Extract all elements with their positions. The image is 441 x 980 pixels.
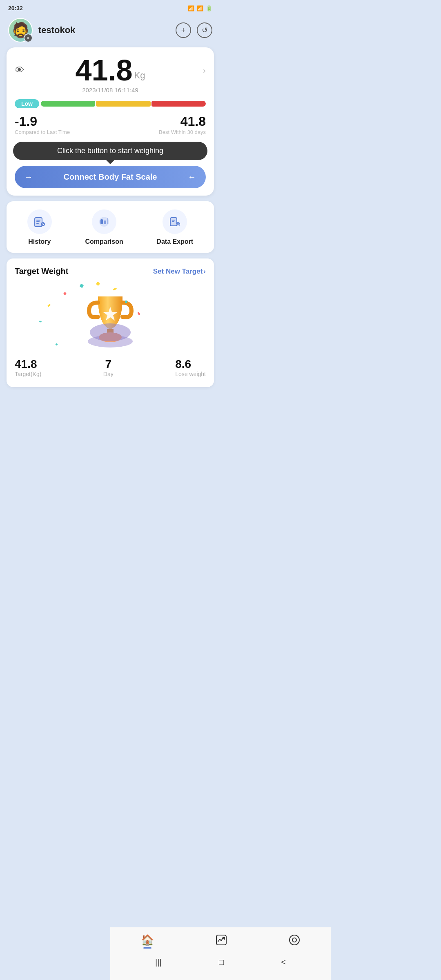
main-weight-card: 👁 41.8 Kg › 2023/11/08 16:11:49 Low -1.9… [7, 47, 214, 196]
history-label: History [28, 238, 51, 245]
comparison-icon-circle [92, 209, 116, 234]
data-export-action[interactable]: Data Export [156, 209, 193, 245]
target-kg-stat: 41.8 Target(Kg) [15, 358, 41, 377]
data-export-label: Data Export [156, 238, 193, 245]
confetti-7 [39, 321, 42, 323]
comparison-label: Comparison [85, 238, 123, 245]
weight-unit: Kg [134, 70, 145, 81]
header: 🧔 ≡ testokok + ↺ [0, 15, 220, 47]
comparison-action[interactable]: Comparison [85, 209, 123, 245]
header-actions: + ↺ [176, 22, 212, 38]
target-kg-value: 41.8 [15, 358, 37, 371]
battery-icon: 🔋 [206, 5, 212, 11]
arrow-left-icon: ← [188, 172, 196, 182]
set-new-target-button[interactable]: Set New Target › [153, 267, 206, 276]
svg-rect-8 [104, 220, 106, 224]
svg-rect-9 [107, 218, 108, 224]
plus-icon: + [181, 26, 186, 35]
tooltip-overlay: Click the button to start weighing [13, 142, 207, 160]
stat-best: 41.8 Best Within 30 days [159, 114, 206, 135]
target-lose-value: 8.6 [175, 358, 191, 371]
target-kg-label: Target(Kg) [15, 371, 41, 377]
tooltip-text: Click the button to start weighing [57, 147, 163, 155]
visibility-icon[interactable]: 👁 [15, 65, 24, 76]
target-lose-label: Lose weight [175, 371, 206, 377]
weight-value: 41.8 [75, 56, 132, 85]
quick-actions-panel: History Comparison Data Export [7, 201, 214, 253]
arrow-right-icon: → [24, 172, 33, 182]
status-icons: 📶 📶 🔋 [188, 5, 212, 11]
target-day-label: Day [103, 371, 114, 377]
chevron-right-icon[interactable]: › [203, 66, 206, 75]
target-weight-title: Target Weight [15, 267, 68, 276]
connect-body-fat-scale-button[interactable]: → Connect Body Fat Scale ← [15, 166, 206, 188]
svg-rect-12 [172, 220, 175, 220]
username-label: testokok [38, 25, 176, 36]
confetti-6 [47, 304, 51, 307]
bmi-segment-red [151, 101, 206, 107]
add-button[interactable]: + [176, 22, 191, 38]
compared-label: Compared to Last Time [15, 129, 70, 135]
target-header: Target Weight Set New Target › [15, 267, 206, 276]
stat-compared: -1.9 Compared to Last Time [15, 114, 70, 135]
svg-rect-7 [100, 219, 103, 224]
svg-rect-4 [36, 223, 39, 224]
connect-btn-label: Connect Body Fat Scale [64, 172, 157, 182]
status-time: 20:32 [8, 5, 23, 11]
weight-display-row: 👁 41.8 Kg › [15, 56, 206, 85]
wifi-icon: 📶 [188, 5, 194, 11]
target-day-value: 7 [105, 358, 112, 371]
trophy-illustration [15, 280, 206, 354]
avatar-badge: ≡ [24, 33, 33, 42]
status-bar: 20:32 📶 📶 🔋 [0, 0, 220, 15]
trophy-svg [78, 284, 143, 350]
bmi-segment-green [41, 101, 95, 107]
best-label: Best Within 30 days [159, 129, 206, 135]
avatar-badge-icon: ≡ [27, 36, 29, 40]
best-value: 41.8 [159, 114, 206, 129]
bottom-spacer [0, 395, 220, 436]
target-stats: 41.8 Target(Kg) 7 Day 8.6 Lose weight [15, 354, 206, 377]
stats-row: -1.9 Compared to Last Time 41.8 Best Wit… [15, 114, 206, 135]
chevron-right-target-icon: › [203, 267, 206, 276]
target-day-stat: 7 Day [103, 358, 114, 377]
confetti-2 [63, 292, 67, 295]
target-weight-section: Target Weight Set New Target › [7, 258, 214, 387]
svg-point-20 [90, 323, 131, 341]
weight-date: 2023/11/08 16:11:49 [15, 87, 206, 94]
refresh-icon: ↺ [202, 26, 208, 35]
data-export-icon-circle [163, 209, 187, 234]
compared-value: -1.9 [15, 114, 70, 129]
bmi-label: Low [15, 99, 39, 108]
bmi-segment-yellow [96, 101, 150, 107]
svg-rect-2 [36, 220, 40, 220]
history-icon-circle [27, 209, 52, 234]
signal-icon: 📶 [197, 5, 203, 11]
bmi-bar: Low [15, 99, 206, 108]
set-new-target-label: Set New Target [153, 267, 203, 276]
target-lose-stat: 8.6 Lose weight [175, 358, 206, 377]
confetti-9 [55, 343, 58, 346]
history-action[interactable]: History [27, 209, 52, 245]
svg-rect-3 [36, 221, 40, 222]
svg-rect-13 [172, 221, 174, 222]
refresh-button[interactable]: ↺ [197, 22, 212, 38]
bmi-segments [41, 101, 206, 107]
avatar[interactable]: 🧔 ≡ [8, 18, 33, 42]
